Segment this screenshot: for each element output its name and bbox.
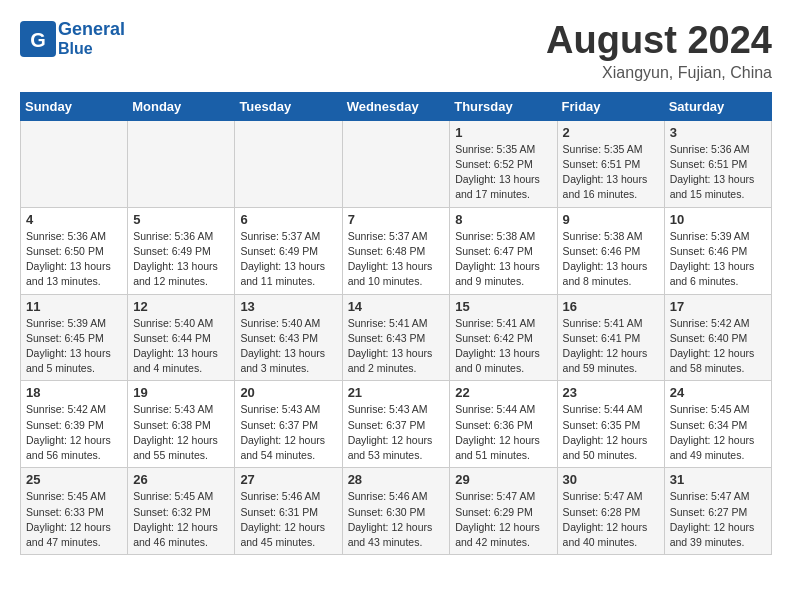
day-info: Sunrise: 5:45 AM Sunset: 6:33 PM Dayligh… [26,489,122,550]
week-row-2: 4Sunrise: 5:36 AM Sunset: 6:50 PM Daylig… [21,207,772,294]
calendar-cell [342,120,450,207]
day-number: 6 [240,212,336,227]
calendar-cell: 3Sunrise: 5:36 AM Sunset: 6:51 PM Daylig… [664,120,771,207]
calendar-cell: 28Sunrise: 5:46 AM Sunset: 6:30 PM Dayli… [342,468,450,555]
calendar-cell: 8Sunrise: 5:38 AM Sunset: 6:47 PM Daylig… [450,207,557,294]
calendar-cell: 27Sunrise: 5:46 AM Sunset: 6:31 PM Dayli… [235,468,342,555]
day-info: Sunrise: 5:40 AM Sunset: 6:43 PM Dayligh… [240,316,336,377]
calendar-cell: 20Sunrise: 5:43 AM Sunset: 6:37 PM Dayli… [235,381,342,468]
day-number: 20 [240,385,336,400]
day-number: 31 [670,472,766,487]
calendar-cell: 29Sunrise: 5:47 AM Sunset: 6:29 PM Dayli… [450,468,557,555]
day-info: Sunrise: 5:46 AM Sunset: 6:30 PM Dayligh… [348,489,445,550]
day-info: Sunrise: 5:37 AM Sunset: 6:48 PM Dayligh… [348,229,445,290]
day-info: Sunrise: 5:44 AM Sunset: 6:36 PM Dayligh… [455,402,551,463]
day-number: 12 [133,299,229,314]
day-info: Sunrise: 5:41 AM Sunset: 6:42 PM Dayligh… [455,316,551,377]
day-number: 4 [26,212,122,227]
weekday-header-friday: Friday [557,92,664,120]
day-info: Sunrise: 5:36 AM Sunset: 6:50 PM Dayligh… [26,229,122,290]
month-title: August 2024 [546,20,772,62]
calendar-cell: 16Sunrise: 5:41 AM Sunset: 6:41 PM Dayli… [557,294,664,381]
day-info: Sunrise: 5:42 AM Sunset: 6:40 PM Dayligh… [670,316,766,377]
day-info: Sunrise: 5:37 AM Sunset: 6:49 PM Dayligh… [240,229,336,290]
day-info: Sunrise: 5:40 AM Sunset: 6:44 PM Dayligh… [133,316,229,377]
weekday-header-thursday: Thursday [450,92,557,120]
calendar-cell: 12Sunrise: 5:40 AM Sunset: 6:44 PM Dayli… [128,294,235,381]
day-info: Sunrise: 5:41 AM Sunset: 6:41 PM Dayligh… [563,316,659,377]
day-number: 21 [348,385,445,400]
day-number: 10 [670,212,766,227]
calendar-cell: 21Sunrise: 5:43 AM Sunset: 6:37 PM Dayli… [342,381,450,468]
day-number: 2 [563,125,659,140]
calendar-cell: 15Sunrise: 5:41 AM Sunset: 6:42 PM Dayli… [450,294,557,381]
calendar-cell: 24Sunrise: 5:45 AM Sunset: 6:34 PM Dayli… [664,381,771,468]
day-number: 8 [455,212,551,227]
calendar-cell [235,120,342,207]
logo-blue-text: Blue [58,40,125,58]
weekday-header-saturday: Saturday [664,92,771,120]
day-info: Sunrise: 5:44 AM Sunset: 6:35 PM Dayligh… [563,402,659,463]
calendar-cell: 30Sunrise: 5:47 AM Sunset: 6:28 PM Dayli… [557,468,664,555]
page-header: G General Blue August 2024 Xiangyun, Fuj… [20,20,772,82]
calendar-cell: 31Sunrise: 5:47 AM Sunset: 6:27 PM Dayli… [664,468,771,555]
location-title: Xiangyun, Fujian, China [546,64,772,82]
day-number: 7 [348,212,445,227]
day-number: 25 [26,472,122,487]
day-number: 27 [240,472,336,487]
calendar-cell: 26Sunrise: 5:45 AM Sunset: 6:32 PM Dayli… [128,468,235,555]
day-number: 23 [563,385,659,400]
day-number: 15 [455,299,551,314]
day-number: 18 [26,385,122,400]
day-info: Sunrise: 5:38 AM Sunset: 6:47 PM Dayligh… [455,229,551,290]
calendar-cell [128,120,235,207]
logo: G General Blue [20,20,125,57]
day-info: Sunrise: 5:47 AM Sunset: 6:27 PM Dayligh… [670,489,766,550]
calendar-title-area: August 2024 Xiangyun, Fujian, China [546,20,772,82]
calendar-cell: 23Sunrise: 5:44 AM Sunset: 6:35 PM Dayli… [557,381,664,468]
day-info: Sunrise: 5:39 AM Sunset: 6:46 PM Dayligh… [670,229,766,290]
calendar-cell: 13Sunrise: 5:40 AM Sunset: 6:43 PM Dayli… [235,294,342,381]
day-number: 24 [670,385,766,400]
day-info: Sunrise: 5:35 AM Sunset: 6:51 PM Dayligh… [563,142,659,203]
day-number: 17 [670,299,766,314]
day-info: Sunrise: 5:46 AM Sunset: 6:31 PM Dayligh… [240,489,336,550]
calendar-cell: 18Sunrise: 5:42 AM Sunset: 6:39 PM Dayli… [21,381,128,468]
day-info: Sunrise: 5:47 AM Sunset: 6:28 PM Dayligh… [563,489,659,550]
day-info: Sunrise: 5:42 AM Sunset: 6:39 PM Dayligh… [26,402,122,463]
day-info: Sunrise: 5:47 AM Sunset: 6:29 PM Dayligh… [455,489,551,550]
logo-icon: G [20,21,56,57]
week-row-3: 11Sunrise: 5:39 AM Sunset: 6:45 PM Dayli… [21,294,772,381]
day-info: Sunrise: 5:45 AM Sunset: 6:34 PM Dayligh… [670,402,766,463]
calendar-cell: 17Sunrise: 5:42 AM Sunset: 6:40 PM Dayli… [664,294,771,381]
day-info: Sunrise: 5:45 AM Sunset: 6:32 PM Dayligh… [133,489,229,550]
day-info: Sunrise: 5:36 AM Sunset: 6:51 PM Dayligh… [670,142,766,203]
svg-text:G: G [30,29,46,51]
day-number: 11 [26,299,122,314]
day-number: 19 [133,385,229,400]
weekday-header-monday: Monday [128,92,235,120]
calendar-cell: 25Sunrise: 5:45 AM Sunset: 6:33 PM Dayli… [21,468,128,555]
day-info: Sunrise: 5:43 AM Sunset: 6:37 PM Dayligh… [240,402,336,463]
calendar-cell: 9Sunrise: 5:38 AM Sunset: 6:46 PM Daylig… [557,207,664,294]
day-number: 1 [455,125,551,140]
calendar-cell: 4Sunrise: 5:36 AM Sunset: 6:50 PM Daylig… [21,207,128,294]
calendar-cell: 22Sunrise: 5:44 AM Sunset: 6:36 PM Dayli… [450,381,557,468]
day-number: 13 [240,299,336,314]
week-row-1: 1Sunrise: 5:35 AM Sunset: 6:52 PM Daylig… [21,120,772,207]
day-number: 14 [348,299,445,314]
calendar-cell: 2Sunrise: 5:35 AM Sunset: 6:51 PM Daylig… [557,120,664,207]
day-number: 9 [563,212,659,227]
week-row-4: 18Sunrise: 5:42 AM Sunset: 6:39 PM Dayli… [21,381,772,468]
day-number: 3 [670,125,766,140]
weekday-header-wednesday: Wednesday [342,92,450,120]
day-info: Sunrise: 5:43 AM Sunset: 6:38 PM Dayligh… [133,402,229,463]
weekday-header-sunday: Sunday [21,92,128,120]
day-info: Sunrise: 5:35 AM Sunset: 6:52 PM Dayligh… [455,142,551,203]
calendar-cell: 7Sunrise: 5:37 AM Sunset: 6:48 PM Daylig… [342,207,450,294]
calendar-cell: 5Sunrise: 5:36 AM Sunset: 6:49 PM Daylig… [128,207,235,294]
day-info: Sunrise: 5:43 AM Sunset: 6:37 PM Dayligh… [348,402,445,463]
week-row-5: 25Sunrise: 5:45 AM Sunset: 6:33 PM Dayli… [21,468,772,555]
calendar-cell: 14Sunrise: 5:41 AM Sunset: 6:43 PM Dayli… [342,294,450,381]
day-number: 22 [455,385,551,400]
